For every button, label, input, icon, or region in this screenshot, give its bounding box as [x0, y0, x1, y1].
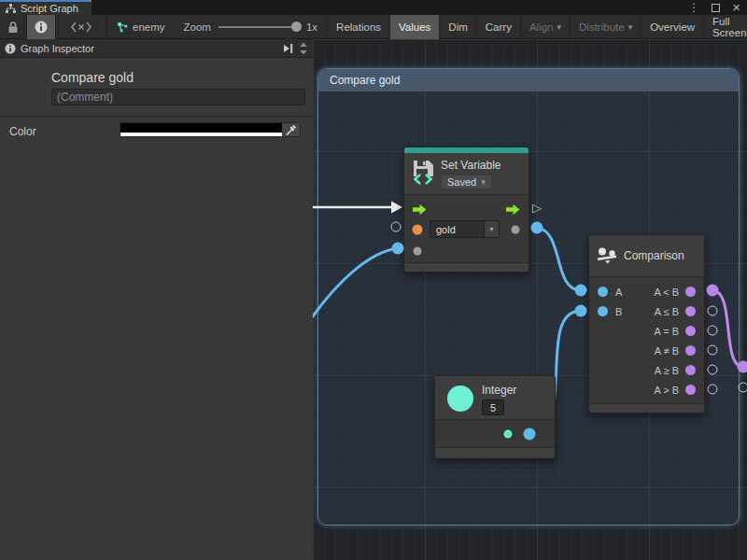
carry-button[interactable]: Carry	[477, 15, 521, 39]
connected-integer-output[interactable]	[524, 428, 536, 441]
values-button[interactable]: Values	[390, 15, 440, 39]
comparison-body: A A < B B A ≤ B A = B A ≠ B	[589, 276, 704, 403]
chevron-down-icon: ▾	[557, 22, 562, 32]
comparison-row: A = B	[589, 321, 704, 341]
code-icon	[71, 21, 92, 33]
comparison-row: A > B	[589, 380, 704, 399]
dock-panel-icon[interactable]	[283, 43, 294, 54]
variable-kind-dropdown[interactable]: Saved ▾	[441, 175, 492, 189]
integer-output-port[interactable]	[504, 430, 513, 439]
node-integer[interactable]: Integer 5	[434, 375, 556, 459]
unconnected-port[interactable]	[708, 306, 718, 316]
connected-output-less[interactable]	[707, 285, 719, 297]
color-field[interactable]	[120, 122, 301, 137]
align-dropdown[interactable]: Align ▾	[521, 15, 571, 39]
output-port-equal[interactable]	[685, 326, 696, 336]
comparison-row: A ≠ B	[589, 341, 704, 360]
color-swatch[interactable]	[120, 123, 282, 136]
unconnected-port[interactable]	[708, 365, 718, 375]
value-output-port[interactable]	[512, 226, 520, 234]
overview-button[interactable]: Overview	[641, 15, 704, 39]
set-variable-body: gold ▾	[404, 194, 529, 262]
group-header[interactable]: Compare gold	[318, 69, 739, 91]
color-row: Color	[0, 117, 313, 147]
graph-canvas[interactable]: Compare gold	[313, 39, 747, 560]
output-port-greaterequal[interactable]	[685, 365, 696, 375]
output-port-greater[interactable]	[685, 385, 696, 395]
comment-input[interactable]	[51, 89, 305, 105]
comparison-scale-icon	[597, 247, 617, 264]
variable-select[interactable]: gold ▾	[430, 220, 500, 238]
zoom-slider-thumb[interactable]	[291, 21, 302, 32]
connected-input-b[interactable]	[575, 305, 587, 317]
unconnected-port[interactable]	[391, 222, 402, 232]
node-set-variable[interactable]: Set Variable Saved ▾ gold	[403, 147, 529, 273]
graph-inspector-panel: Graph Inspector Compare gold Color	[0, 39, 313, 560]
dim-button[interactable]: Dim	[440, 15, 476, 39]
flow-input-arrow[interactable]	[413, 203, 427, 216]
node-title: Integer	[482, 384, 516, 397]
flow-output-arrow[interactable]	[506, 203, 520, 216]
window-controls: ⋮ ×	[688, 0, 747, 15]
eyedropper-icon	[285, 124, 297, 136]
chevron-down-icon: ▾	[628, 22, 633, 32]
node-title: Comparison	[624, 249, 684, 262]
output-port-lessequal[interactable]	[685, 306, 696, 316]
unconnected-port-offscreen[interactable]	[739, 383, 747, 393]
zoom-control: Zoom 1x	[175, 21, 328, 33]
set-variable-header: Set Variable Saved ▾	[404, 153, 529, 194]
output-port-notequal[interactable]	[685, 345, 696, 356]
integer-value-field[interactable]: 5	[482, 399, 504, 415]
connected-value-port[interactable]	[392, 243, 404, 255]
graph-ref-label: enemy	[133, 21, 165, 33]
fullscreen-button[interactable]: Full Screen	[704, 15, 747, 39]
connected-port-offscreen[interactable]	[738, 361, 747, 373]
unconnected-port[interactable]	[708, 385, 718, 395]
unconnected-port[interactable]	[708, 345, 718, 356]
close-icon[interactable]: ×	[732, 2, 740, 13]
connected-value-port[interactable]	[531, 222, 543, 234]
script-graph-icon	[6, 4, 16, 14]
group-title: Compare gold	[330, 74, 400, 87]
restore-icon[interactable]	[712, 4, 720, 12]
input-port-a[interactable]	[598, 287, 608, 297]
graph-reference-breadcrumb[interactable]: enemy	[107, 21, 175, 33]
variable-select-button[interactable]: ▾	[484, 221, 499, 237]
variable-name-port[interactable]	[413, 225, 423, 235]
window-tab-bar: Script Graph ⋮ ×	[0, 0, 747, 15]
graph-toolbar: enemy Zoom 1x Relations Values Dim Carry…	[0, 15, 747, 39]
code-view-button[interactable]	[56, 15, 107, 39]
zoom-slider[interactable]	[218, 26, 299, 28]
distribute-dropdown[interactable]: Distribute ▾	[571, 15, 641, 39]
zoom-value: 1x	[306, 21, 317, 33]
inspector-toggle-button[interactable]	[27, 15, 56, 39]
graph-inspector-header: Graph Inspector	[0, 39, 313, 58]
spinner-arrows[interactable]	[299, 41, 308, 56]
comparison-row: A A < B	[589, 282, 704, 301]
graph-title: Compare gold	[51, 70, 313, 85]
node-footer	[404, 262, 529, 272]
input-port-b[interactable]	[598, 306, 608, 316]
lock-icon	[7, 21, 19, 34]
node-comparison[interactable]: Comparison A A < B B A ≤ B A = B	[588, 234, 705, 413]
toolbar-toggles: Relations Values Dim Carry Align ▾ Distr…	[327, 15, 747, 39]
info-icon	[5, 43, 16, 54]
chevron-down-icon: ▾	[481, 177, 486, 187]
inspector-title: Graph Inspector	[21, 43, 94, 54]
node-footer	[435, 447, 555, 456]
eyedropper-button[interactable]	[282, 123, 300, 136]
menu-icon[interactable]: ⋮	[688, 2, 699, 13]
relations-button[interactable]: Relations	[328, 15, 390, 39]
color-label: Color	[9, 125, 36, 138]
integer-type-icon	[447, 385, 473, 412]
save-variable-icon	[411, 159, 436, 187]
integer-header: Integer 5	[435, 376, 555, 419]
tab-script-graph[interactable]: Script Graph	[0, 0, 92, 15]
unconnected-port[interactable]	[708, 326, 718, 336]
value-input-port[interactable]	[414, 247, 422, 256]
flow-out-port[interactable]: ▷	[532, 202, 542, 214]
zoom-label: Zoom	[184, 21, 211, 33]
connected-input-a[interactable]	[575, 285, 587, 297]
output-port-less[interactable]	[685, 287, 696, 297]
lock-button[interactable]	[0, 15, 27, 39]
